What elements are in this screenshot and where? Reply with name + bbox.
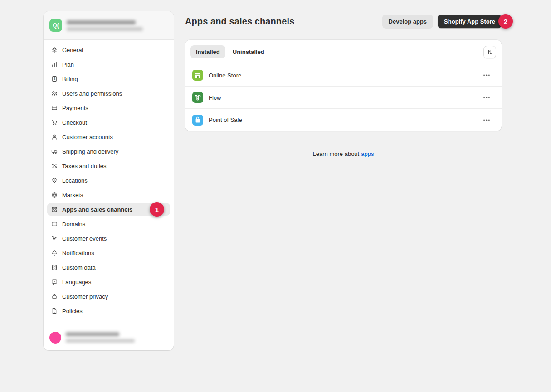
sidebar-item-payments[interactable]: Payments (47, 102, 170, 114)
sidebar-item-label: Domains (62, 221, 85, 227)
apps-link[interactable]: apps (361, 150, 374, 157)
sidebar-item-label: Customer privacy (62, 293, 108, 300)
sidebar-item-label: Plan (62, 61, 74, 68)
learn-more-footer: Learn more aboutapps (185, 150, 502, 157)
svg-text:$: $ (54, 77, 56, 81)
sidebar-item-label: Customer accounts (62, 134, 113, 140)
sidebar-item-billing[interactable]: $ Billing (47, 73, 170, 85)
cursor-icon (51, 235, 58, 242)
sort-button[interactable] (483, 46, 496, 58)
translate-icon: A (51, 278, 58, 286)
sidebar-item-label: Payments (62, 105, 88, 111)
sidebar-item-label: Policies (62, 308, 83, 315)
document-icon (51, 307, 58, 315)
settings-nav: General Plan $ Billing Users and permiss… (44, 40, 174, 324)
store-email-redacted (67, 27, 143, 31)
sidebar-item-taxes-duties[interactable]: Taxes and duties (47, 160, 170, 172)
sidebar-item-notifications[interactable]: Notifications (47, 247, 170, 259)
percent-icon (51, 162, 58, 169)
sidebar-item-label: Checkout (62, 119, 87, 126)
database-icon (51, 264, 58, 271)
sidebar-item-domains[interactable]: Domains (47, 218, 170, 230)
sidebar-item-label: Apps and sales channels (62, 206, 132, 213)
billing-icon: $ (51, 75, 58, 82)
sidebar-item-locations[interactable]: Locations (47, 174, 170, 187)
app-name: Point of Sale (209, 116, 242, 123)
app-row[interactable]: Flow (185, 87, 502, 109)
header-actions: Develop apps Shopify App Store 2 (382, 15, 502, 28)
flow-icon (192, 92, 203, 103)
sidebar-item-label: Users and permissions (62, 90, 122, 97)
row-menu-button[interactable] (481, 114, 492, 126)
sidebar-item-apps-and-sales-channels[interactable]: Apps and sales channels 1 (47, 203, 170, 216)
annotation-badge-1: 1 (150, 202, 164, 217)
apps-card: Installed Uninstalled Online Store Flow (185, 40, 502, 131)
truck-icon (51, 148, 58, 155)
app-row[interactable]: Point of Sale (185, 109, 502, 131)
cart-icon (51, 119, 58, 126)
sidebar-item-customer-events[interactable]: Customer events (47, 232, 170, 245)
gear-icon (51, 46, 58, 53)
user-avatar (49, 332, 61, 344)
sidebar-item-label: Billing (62, 76, 78, 82)
globe-icon (51, 191, 58, 198)
apps-tabs-row: Installed Uninstalled (185, 40, 502, 64)
sidebar-item-customer-accounts[interactable]: Customer accounts (47, 131, 170, 143)
map-pin-icon (51, 177, 58, 184)
ellipsis-icon (483, 93, 491, 102)
app-name: Flow (209, 94, 221, 101)
app-name: Online Store (209, 72, 241, 79)
user-name-redacted (66, 332, 119, 336)
ellipsis-icon (483, 116, 491, 124)
sort-arrows-icon (487, 49, 493, 55)
ellipsis-icon (483, 71, 491, 79)
bar-chart-icon (51, 61, 58, 68)
person-icon (51, 133, 58, 140)
sidebar-item-shipping-delivery[interactable]: Shipping and delivery (47, 145, 170, 158)
annotation-badge-2: 2 (498, 14, 513, 29)
online-store-icon (192, 70, 203, 81)
sidebar-item-languages[interactable]: A Languages (47, 276, 170, 288)
develop-apps-button[interactable]: Develop apps (382, 15, 434, 28)
page-title: Apps and sales channels (185, 16, 294, 27)
sidebar-item-label: Notifications (62, 250, 94, 256)
sidebar-item-label: General (62, 47, 83, 53)
users-icon (51, 90, 58, 97)
browser-window-icon (51, 220, 58, 227)
sidebar-item-label: Taxes and duties (62, 163, 107, 169)
sidebar-item-label: Locations (62, 177, 88, 184)
store-name-redacted (67, 20, 136, 24)
svg-text:A: A (54, 280, 55, 283)
sidebar-item-label: Customer events (62, 235, 107, 242)
user-email-redacted (66, 339, 135, 343)
sidebar-item-label: Custom data (62, 264, 96, 271)
settings-sidebar: Q( General Plan $ Billing (44, 11, 174, 350)
store-switcher[interactable]: Q( (44, 11, 174, 40)
app-row[interactable]: Online Store (185, 64, 502, 87)
row-menu-button[interactable] (481, 69, 492, 81)
store-avatar: Q( (49, 19, 62, 32)
apps-grid-icon (51, 206, 58, 213)
shopify-app-store-button[interactable]: Shopify App Store (438, 15, 502, 28)
lock-icon (51, 293, 58, 300)
learn-more-text: Learn more about (313, 150, 360, 157)
page-header: Apps and sales channels Develop apps Sho… (185, 14, 502, 29)
sidebar-item-customer-privacy[interactable]: Customer privacy (47, 290, 170, 303)
row-menu-button[interactable] (481, 92, 492, 103)
sidebar-item-general[interactable]: General (47, 44, 170, 56)
sidebar-item-plan[interactable]: Plan (47, 58, 170, 71)
sidebar-item-policies[interactable]: Policies (47, 305, 170, 317)
sidebar-item-markets[interactable]: Markets (47, 189, 170, 201)
sidebar-item-label: Languages (62, 279, 91, 286)
credit-card-icon (51, 104, 58, 111)
sidebar-item-custom-data[interactable]: Custom data (47, 261, 170, 274)
sidebar-item-checkout[interactable]: Checkout (47, 116, 170, 129)
sidebar-item-users-permissions[interactable]: Users and permissions (47, 87, 170, 100)
tab-uninstalled[interactable]: Uninstalled (227, 45, 270, 58)
sidebar-item-label: Shipping and delivery (62, 148, 118, 155)
tab-installed[interactable]: Installed (190, 45, 225, 58)
point-of-sale-icon (192, 115, 203, 126)
account-menu[interactable] (44, 324, 174, 350)
sidebar-item-label: Markets (62, 192, 83, 198)
bell-icon (51, 249, 58, 256)
